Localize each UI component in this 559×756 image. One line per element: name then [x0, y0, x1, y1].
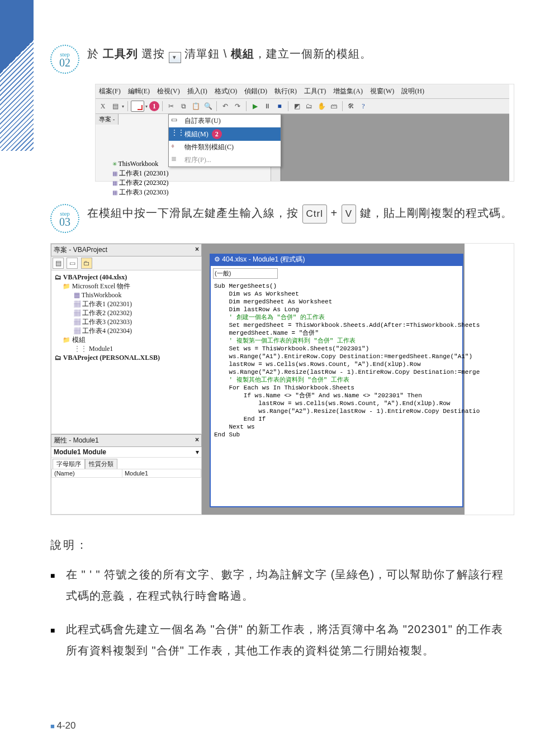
undo-icon[interactable]: ↶ [220, 101, 231, 112]
explain-item: 在 " ' " 符號之後的所有文字、數字，均為註解文字 (呈綠色)，可以幫助你了… [50, 564, 514, 606]
tree-folder[interactable]: Microsoft Excel 物件 [55, 282, 200, 291]
step-03-icon: step 03 [50, 204, 79, 233]
screenshot-1: 檔案(F) 編輯(E) 檢視(V) 插入(I) 格式(O) 偵錯(D) 執行(R… [95, 84, 514, 182]
object-dropdown[interactable]: (一般) [213, 268, 278, 279]
code-area[interactable]: Sub MergeSheets() Dim ws As Worksheet Di… [211, 281, 462, 440]
design-mode-icon[interactable]: ◩ [291, 101, 302, 112]
dropdown-list-icon: ▾ [169, 52, 181, 63]
tree-item[interactable]: 工作表3 (202303) [55, 317, 200, 326]
tree-project[interactable]: VBAProject (404.xlsx) [55, 273, 200, 282]
pause-icon[interactable]: ⏸ [262, 101, 273, 112]
tree-item[interactable]: 工作表1 (202301) [55, 299, 200, 308]
insert-context-menu: ▭自訂表單(U) ⋮⋮模組(M)2 ♦物件類別模組(C) ≣程序(P)... [168, 114, 281, 167]
project-toolbar: ▤ ▭ 🗀 [51, 256, 202, 270]
menu-addins[interactable]: 增益集(A) [333, 87, 363, 95]
ctx-class-module[interactable]: ♦物件類別模組(C) [169, 141, 281, 154]
project-tree: VBAProject (404.xlsx) Microsoft Excel 物件… [51, 270, 202, 434]
properties-pane: Module1 Module ▾ 字母順序性質分類 (Name)Module1 [51, 447, 202, 515]
key-ctrl: Ctrl [302, 205, 327, 224]
prop-value[interactable]: Module1 [122, 469, 201, 478]
project-header: 專案 - VBAProject × [51, 244, 202, 256]
run-icon[interactable]: ▶ [249, 101, 260, 112]
tab-alphabetic[interactable]: 字母順序 [53, 459, 85, 469]
tree-item[interactable]: ThisWorkbook [55, 291, 200, 299]
menu-edit[interactable]: 編輯(E) [128, 87, 150, 95]
menu-run[interactable]: 執行(R) [274, 87, 297, 95]
prop-object-name: Module1 Module [54, 448, 106, 456]
step-02-icon: step 02 [50, 45, 79, 74]
paste-icon[interactable]: 📋 [190, 101, 201, 112]
close-icon[interactable]: × [195, 436, 199, 445]
menu-file[interactable]: 檔案(F) [99, 87, 121, 95]
insert-userform-dropdown[interactable] [131, 101, 144, 112]
tree-module[interactable]: Module1 [55, 344, 200, 353]
view-object-icon[interactable]: ▭ [67, 258, 78, 269]
tree-item[interactable]: 工作表2 (202302) [55, 308, 200, 317]
toolbox-icon[interactable]: 🛠 [345, 101, 357, 112]
ctx-procedure: ≣程序(P)... [169, 154, 281, 167]
close-icon[interactable]: × [195, 245, 199, 255]
menu-bar: 檔案(F) 編輯(E) 檢視(V) 插入(I) 格式(O) 偵錯(D) 執行(R… [96, 84, 509, 99]
tree-project[interactable]: VBAProject (PERSONAL.XLSB) [55, 353, 200, 362]
callout-2: 2 [212, 129, 222, 139]
tab-categorized[interactable]: 性質分類 [85, 459, 117, 469]
tree-sheet[interactable]: 工作表3 (202303) [112, 188, 278, 197]
menu-view[interactable]: 檢視(V) [157, 87, 180, 95]
step-02-text: 於 工具列 選按 ▾ 清單鈕 \ 模組，建立一個新的模組。 [87, 45, 514, 74]
pane-title: 專案 - [96, 114, 119, 125]
key-v: V [342, 205, 356, 224]
folder-toggle-icon[interactable]: 🗀 [81, 258, 92, 269]
project-explorer: 專案 - × ▭自訂表單(U) ⋮⋮模組(M)2 ♦物件類別模組(C) ≣程序(… [96, 114, 281, 181]
menu-format[interactable]: 格式(O) [215, 87, 238, 95]
code-window: 404.xlsx - Module1 (程式碼) (一般) Sub MergeS… [210, 254, 463, 507]
find-icon[interactable]: 🔍 [202, 101, 214, 112]
excel-icon[interactable]: X [97, 101, 108, 112]
mdi-area: 404.xlsx - Module1 (程式碼) (一般) Sub MergeS… [202, 244, 465, 515]
step-03: step 03 在模組中按一下滑鼠左鍵產生輸入線，按 Ctrl + V 鍵，貼上… [50, 204, 514, 233]
view-code-icon[interactable]: ▤ [53, 258, 64, 269]
project-explorer-icon[interactable]: 🗂 [304, 101, 315, 112]
properties-icon[interactable]: ✋ [316, 101, 327, 112]
prop-key: (Name) [52, 469, 122, 478]
toolbar: X ▤ ▾ ▾ 1 ✂ ⧉ 📋 🔍 ↶ ↷ ▶ ⏸ [96, 99, 509, 114]
view-icon[interactable]: ▤ [110, 101, 121, 112]
step-number: 02 [59, 58, 70, 68]
callout-1: 1 [149, 101, 159, 111]
menu-debug[interactable]: 偵錯(D) [244, 87, 267, 95]
ctx-userform[interactable]: ▭自訂表單(U) [169, 115, 281, 127]
stop-icon[interactable]: ■ [274, 101, 285, 112]
explain-item: 此程式碼會先建立一個名為 "合併" 的新工作表，將活頁簿中名為 "202301"… [50, 619, 514, 661]
menu-tools[interactable]: 工具(T) [304, 87, 326, 95]
tree-sheet[interactable]: 工作表2 (202302) [112, 178, 278, 188]
screenshot-2: 專案 - VBAProject × ▤ ▭ 🗀 VBAProject (404.… [50, 243, 514, 515]
menu-help[interactable]: 說明(H) [401, 87, 424, 95]
help-icon[interactable]: ? [358, 101, 369, 112]
step-03-text: 在模組中按一下滑鼠左鍵產生輸入線，按 Ctrl + V 鍵，貼上剛剛複製的程式碼… [87, 204, 514, 233]
properties-header: 屬性 - Module1 × [51, 434, 202, 447]
copy-icon[interactable]: ⧉ [178, 101, 189, 112]
explain-heading: 說明： [50, 538, 514, 553]
tree-item[interactable]: 工作表4 (202304) [55, 326, 200, 335]
page-number: 4-20 [50, 720, 76, 731]
tree-sheet[interactable]: 工作表1 (202301) [112, 169, 278, 178]
cut-icon[interactable]: ✂ [165, 101, 177, 112]
code-window-title: 404.xlsx - Module1 (程式碼) [214, 255, 305, 264]
step-number: 03 [59, 217, 70, 227]
ctx-module[interactable]: ⋮⋮模組(M)2 [169, 127, 281, 141]
redo-icon[interactable]: ↷ [232, 101, 243, 112]
menu-insert[interactable]: 插入(I) [187, 87, 207, 95]
object-browser-icon[interactable]: 🗃 [328, 101, 339, 112]
explanation: 說明： 在 " ' " 符號之後的所有文字、數字，均為註解文字 (呈綠色)，可以… [50, 538, 514, 661]
page-corner-deco [0, 0, 34, 151]
tree-folder[interactable]: 模組 [55, 335, 200, 344]
step-02: step 02 於 工具列 選按 ▾ 清單鈕 \ 模組，建立一個新的模組。 [50, 45, 514, 74]
mdi-area [281, 114, 509, 181]
menu-window[interactable]: 視窗(W) [370, 87, 394, 95]
